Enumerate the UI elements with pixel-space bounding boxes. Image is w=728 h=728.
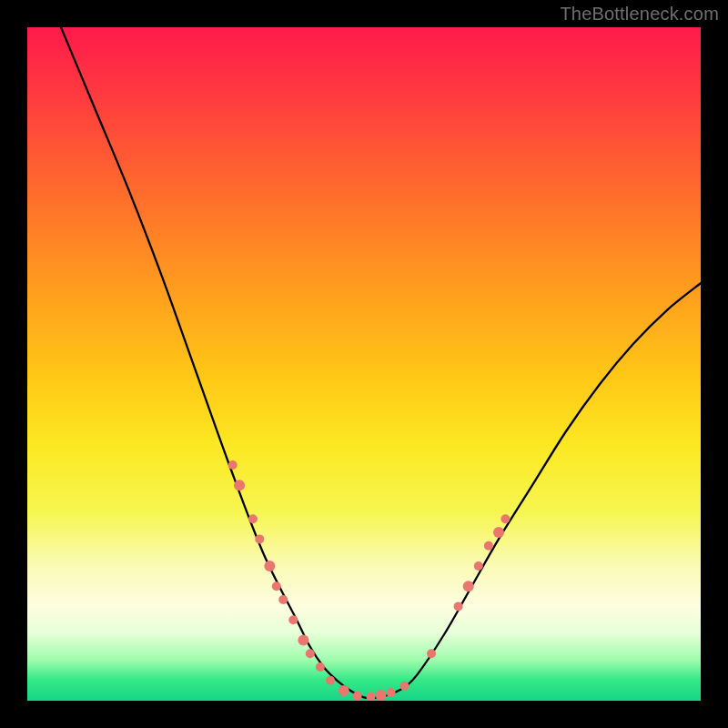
- data-marker: [463, 581, 474, 592]
- data-marker: [278, 595, 288, 604]
- watermark-text: TheBottleneck.com: [560, 4, 719, 25]
- data-marker: [427, 649, 436, 658]
- plot-area: [27, 27, 701, 701]
- data-marker: [306, 649, 315, 658]
- data-marker: [298, 634, 308, 645]
- data-marker: [353, 692, 362, 701]
- data-marker: [255, 534, 264, 543]
- chart-frame: TheBottleneck.com: [0, 0, 728, 728]
- data-marker: [234, 480, 245, 490]
- data-marker: [288, 615, 298, 624]
- data-marker: [264, 561, 275, 571]
- curve-layer: [27, 27, 701, 701]
- data-marker: [454, 602, 463, 611]
- data-marker: [366, 693, 375, 701]
- data-marker: [326, 676, 335, 685]
- data-marker: [339, 685, 349, 696]
- data-marker: [387, 688, 396, 697]
- data-marker: [376, 690, 387, 701]
- data-marker: [399, 682, 409, 691]
- data-marker: [474, 561, 483, 571]
- data-marker: [248, 514, 258, 523]
- data-marker: [316, 662, 325, 672]
- data-marker: [272, 581, 281, 591]
- data-marker: [500, 514, 510, 523]
- marker-group: [228, 460, 511, 701]
- bottleneck-curve: [61, 27, 701, 698]
- data-marker: [228, 460, 238, 470]
- data-marker: [484, 541, 493, 551]
- data-marker: [493, 527, 504, 538]
